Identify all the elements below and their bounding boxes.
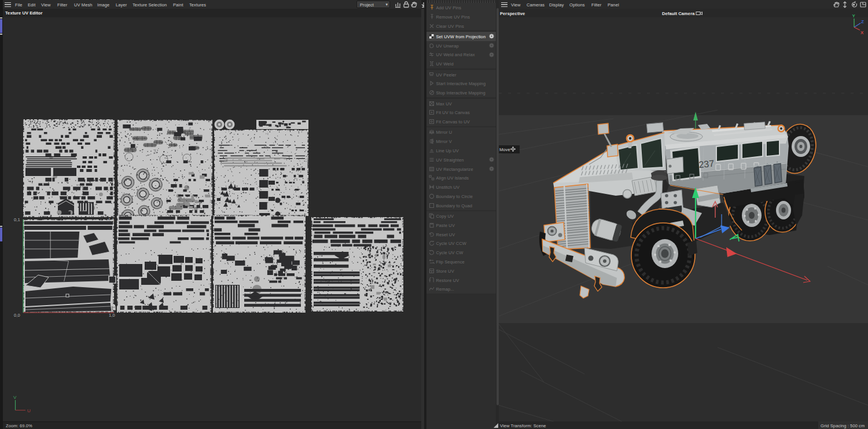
svg-text:Z: Z: [861, 19, 864, 24]
svg-text:Y: Y: [852, 13, 856, 19]
svg-text:X: X: [860, 30, 864, 35]
svg-text:1,0: 1,0: [109, 313, 115, 318]
svg-text:Default Camera: Default Camera: [662, 11, 695, 16]
svg-text:0,0: 0,0: [14, 313, 20, 318]
svg-text:V: V: [13, 395, 17, 400]
svg-text:Perspective: Perspective: [500, 11, 525, 16]
svg-text:U: U: [27, 408, 31, 413]
svg-text:237: 237: [698, 159, 715, 170]
svg-text:Move: Move: [499, 147, 510, 152]
svg-text:1,1: 1,1: [108, 217, 115, 222]
svg-text:0,1: 0,1: [14, 217, 20, 222]
